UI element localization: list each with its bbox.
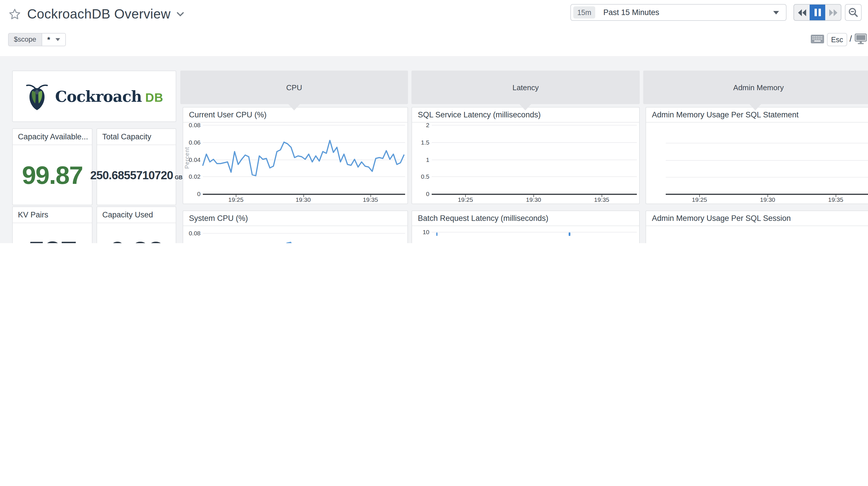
stat-value: 537 <box>28 237 76 243</box>
gridline <box>432 232 637 232</box>
rewind-button[interactable] <box>794 5 810 20</box>
group-notch-admin-memory <box>749 104 762 110</box>
chevron-down-icon[interactable] <box>176 11 184 17</box>
stat-tile-kv-pairs: KV Pairs 537 <box>12 206 92 243</box>
chart-plot-sql-service-latency[interactable]: 00.511.5219:2519:3019:35 <box>412 122 639 203</box>
axis-line <box>666 194 868 195</box>
page-title: CockroachDB Overview <box>27 6 170 22</box>
caret-down-icon <box>56 38 60 41</box>
fullscreen-tv-button[interactable] <box>855 33 867 47</box>
scope-variable-value[interactable]: * <box>42 33 66 46</box>
cockroachdb-logo-tile: Cockroach DB <box>12 70 176 122</box>
x-tick-label: 19:35 <box>818 196 853 203</box>
x-tick-label: 19:35 <box>584 196 619 203</box>
fast-forward-button[interactable] <box>825 5 841 20</box>
time-range-selector[interactable]: 15m Past 15 Minutes <box>570 4 786 21</box>
esc-key-badge: Esc <box>827 33 847 46</box>
time-range-label: Past 15 Minutes <box>603 8 659 17</box>
group-header-cpu[interactable]: CPU <box>180 70 408 104</box>
line-series <box>183 226 407 243</box>
gridline <box>666 143 868 144</box>
rewind-icon <box>798 9 806 16</box>
group-notch-latency <box>519 104 532 110</box>
x-tick-label: 19:25 <box>682 196 717 203</box>
zoom-out-button[interactable] <box>845 4 862 21</box>
chart-panel-system-cpu: System CPU (%) 00.020.040.060.0819:2519:… <box>183 210 408 243</box>
stat-tile-capacity-used: Capacity Used 0.33 <box>96 206 176 243</box>
group-header-latency[interactable]: Latency <box>411 70 640 104</box>
chart-plot-batch-request-latency[interactable]: 024681019:2519:3019:35 <box>412 226 639 243</box>
chart-panel-current-user-cpu: Current User CPU (%) 00.020.040.060.0819… <box>183 107 408 204</box>
keyboard-icon <box>811 35 824 44</box>
stat-title: KV Pairs <box>13 207 92 223</box>
y-tick-label: 0 <box>412 190 429 197</box>
stat-title: Total Capacity <box>97 129 176 145</box>
chart-panel-admin-memory-statement: Admin Memory Usage Per SQL Statement 19:… <box>646 107 868 204</box>
template-variable-scope[interactable]: $scope * <box>8 33 66 46</box>
x-tick-label: 19:25 <box>448 196 483 203</box>
stat-value-area: 250.6855710720 GB <box>97 145 176 205</box>
scope-value-text: * <box>47 33 50 46</box>
line-series <box>183 122 407 203</box>
stat-value: 250.6855710720 <box>90 169 173 181</box>
axis-line <box>432 194 637 195</box>
stat-value-area: 0.33 <box>97 223 176 243</box>
gridline <box>432 125 637 125</box>
gridline <box>432 142 637 143</box>
dashboard-page: CockroachDB Overview 15m Past 15 Minutes <box>0 0 868 243</box>
stat-unit: GB <box>175 175 183 180</box>
chart-plot-current-user-cpu[interactable]: 00.020.040.060.0819:2519:3019:35Percent <box>183 122 407 203</box>
spike-mark <box>569 232 570 236</box>
y-tick-label: 0.5 <box>412 173 429 180</box>
playback-controls <box>794 4 841 21</box>
gridline <box>432 177 637 177</box>
pause-button[interactable] <box>810 5 825 20</box>
y-tick-label: 1 <box>412 156 429 163</box>
gridline <box>432 159 637 160</box>
chart-plot-admin-memory-statement[interactable]: 19:2519:3019:35 <box>646 122 868 203</box>
zoom-out-magnifier-icon <box>848 7 858 17</box>
stat-tile-capacity-available: Capacity Available... 99.87 <box>12 128 92 205</box>
logo-suffix: DB <box>145 90 163 104</box>
shortcut-separator: / <box>849 33 852 44</box>
caret-down-icon <box>773 11 779 14</box>
stat-title: Capacity Available... <box>13 129 92 145</box>
group-notch-cpu <box>288 104 301 110</box>
group-header-admin-memory[interactable]: Admin Memory <box>643 70 868 104</box>
cockroach-bug-icon <box>25 82 50 110</box>
star-icon[interactable] <box>8 7 21 21</box>
stat-value-area: 537 <box>13 223 92 243</box>
chart-title: Batch Request Latency (milliseconds) <box>412 211 639 226</box>
chart-panel-admin-memory-session: Admin Memory Usage Per SQL Session 19:25… <box>646 210 868 243</box>
chart-panel-batch-request-latency: Batch Request Latency (milliseconds) 024… <box>411 210 640 243</box>
stat-value-area: 99.87 <box>13 145 92 205</box>
gridline <box>666 177 868 177</box>
x-tick-label: 19:30 <box>516 196 551 203</box>
scope-variable-name: $scope <box>8 33 42 46</box>
stat-value: 99.87 <box>22 162 83 188</box>
x-tick-label: 19:30 <box>750 196 785 203</box>
y-tick-label: 10 <box>412 228 429 235</box>
scale-wrapper: CockroachDB Overview 15m Past 15 Minutes <box>0 0 868 243</box>
y-tick-label: 1.5 <box>412 139 429 146</box>
y-axis-label: Percent <box>183 122 191 194</box>
chart-plot-admin-memory-session[interactable]: 19:2519:3019:35 <box>646 226 868 243</box>
keyboard-shortcuts-button[interactable] <box>811 35 824 46</box>
fast-forward-icon <box>829 9 837 16</box>
monitor-icon <box>855 33 867 45</box>
chart-title: Admin Memory Usage Per SQL Session <box>646 211 868 226</box>
spike-mark <box>436 232 438 236</box>
chart-title: System CPU (%) <box>183 211 407 226</box>
time-range-shortcut-badge[interactable]: 15m <box>573 6 595 19</box>
stat-tile-total-capacity: Total Capacity 250.6855710720 GB <box>96 128 176 205</box>
y-tick-label: 2 <box>412 122 429 128</box>
dashboard-title-row: CockroachDB Overview <box>8 3 184 24</box>
pause-icon <box>814 9 821 16</box>
chart-plot-system-cpu[interactable]: 00.020.040.060.0819:2519:3019:35 <box>183 226 407 243</box>
gridline <box>666 160 868 161</box>
stat-value: 0.33 <box>110 238 163 243</box>
cockroachdb-wordmark: Cockroach DB <box>55 88 163 105</box>
y-tick-label: 8 <box>412 242 429 243</box>
logo-word: Cockroach <box>55 88 142 105</box>
stat-title: Capacity Used <box>97 207 176 223</box>
